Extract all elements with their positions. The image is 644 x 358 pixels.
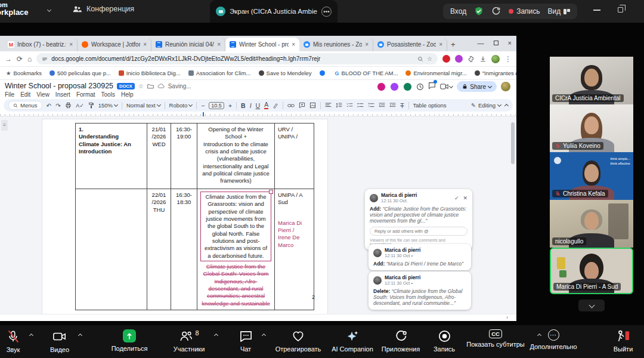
reload-icon[interactable]: ⟳: [17, 55, 23, 63]
view-button[interactable]: Вид: [548, 7, 570, 16]
browser-tab-jotform[interactable]: Workspace | Jotform ×: [78, 38, 151, 51]
browser-minimize-button[interactable]: —: [478, 39, 484, 47]
video-tile-yuliia[interactable]: Yuliia Koveino: [550, 104, 633, 152]
recording-indicator[interactable]: Запись: [509, 7, 540, 16]
table-options-button[interactable]: Table options: [413, 102, 447, 109]
browser-maximize-button[interactable]: [494, 41, 499, 45]
cell-organizer[interactable]: URV / UNIPA /: [275, 124, 314, 189]
browser-tab-zoom-assistant[interactable]: Posasistente - Zoom ×: [373, 38, 447, 51]
menu-file[interactable]: File: [5, 91, 14, 98]
menu-tools[interactable]: Tools: [101, 91, 115, 98]
close-tab-icon[interactable]: ×: [439, 41, 442, 48]
decrease-font-icon[interactable]: −: [201, 102, 205, 109]
close-tab-icon[interactable]: ×: [292, 41, 295, 48]
document-page[interactable]: 1. Understanding Climate Justice: An Int…: [42, 119, 328, 314]
cell-module-title[interactable]: 1. Understanding Climate Justice: An Int…: [76, 124, 147, 189]
more-button[interactable]: ⋯ Дополнительно: [520, 329, 587, 350]
close-tab-icon[interactable]: ×: [217, 41, 221, 48]
bulleted-list-icon[interactable]: [357, 103, 364, 108]
comment-card[interactable]: Marica di pierri 12:11 30 Oct • Delete: …: [369, 271, 471, 310]
download-icon[interactable]: [479, 55, 487, 63]
extensions-puzzle-icon[interactable]: [467, 55, 475, 63]
suggested-speaker-names[interactable]: Marica Di Pierri / Irene De Marco: [278, 220, 311, 249]
zoom-select[interactable]: 150%: [98, 102, 117, 109]
cell-time[interactable]: 16:30- 19:00: [171, 124, 197, 189]
browser-profile-avatar[interactable]: [491, 55, 500, 63]
increase-font-icon[interactable]: +: [228, 102, 232, 109]
browser-tab-zoom-meetings[interactable]: Mis reuniones - Zoom ×: [299, 38, 373, 51]
suggested-insertion[interactable]: Climate Justice from the Grassroots: vis…: [200, 192, 271, 261]
clear-formatting-icon[interactable]: T: [400, 102, 404, 109]
editing-mode-select[interactable]: ✎ Editing: [471, 102, 501, 109]
chat-options-caret[interactable]: [262, 334, 266, 338]
italic-button[interactable]: I: [250, 102, 252, 109]
insert-link-icon[interactable]: [287, 103, 295, 108]
font-size-input[interactable]: 10.5: [209, 102, 224, 109]
video-tile-cicra[interactable]: CICrA Justicia Ambiental: [550, 57, 633, 104]
window-restore-button[interactable]: [618, 7, 623, 13]
chat-button[interactable]: Чат: [233, 329, 259, 353]
tab-shared-screen[interactable]: Экран (CICrA Justicia Ambiental) •••: [210, 0, 338, 23]
font-select[interactable]: Roboto: [169, 102, 193, 109]
share-button[interactable]: Share: [457, 81, 497, 92]
ai-companion-button[interactable]: AI Companion: [323, 329, 382, 353]
new-tab-button[interactable]: +: [451, 40, 456, 49]
video-tile-nicolagullo[interactable]: nicolagullo: [550, 200, 633, 248]
cell-organizer[interactable]: UNIPA / A Sud Marica Di Pierri / Irene D…: [275, 189, 314, 310]
bookmark-item[interactable]: ★Bookmarks: [6, 70, 42, 76]
participants-button[interactable]: 8 Участники: [165, 329, 213, 353]
menu-edit[interactable]: Edit: [20, 91, 30, 98]
star-document-icon[interactable]: ☆: [138, 83, 144, 90]
bold-button[interactable]: B: [241, 102, 246, 109]
video-tile-christina[interactable]: think simple... think effective Christin…: [550, 152, 633, 200]
checklist-icon[interactable]: [346, 103, 353, 108]
screen-tab-more-icon[interactable]: •••: [321, 7, 332, 17]
insert-image-icon[interactable]: [309, 102, 316, 109]
meet-video-icon[interactable]: [440, 84, 453, 90]
video-tile-marica-active-speaker[interactable]: Marica Di Pierri - A Sud: [550, 248, 633, 294]
line-spacing-icon[interactable]: [336, 103, 342, 108]
bookmark-item[interactable]: Association for Clim...: [188, 70, 251, 76]
version-history-icon[interactable]: [416, 83, 424, 91]
site-settings-icon[interactable]: [42, 56, 48, 62]
increase-indent-icon[interactable]: [389, 103, 396, 108]
leave-button[interactable]: Выйти: [606, 329, 640, 353]
redo-icon[interactable]: ↷: [55, 102, 61, 109]
add-comment-icon[interactable]: [299, 102, 305, 109]
window-minimize-button[interactable]: [593, 10, 600, 11]
record-button[interactable]: Запись: [427, 329, 462, 353]
address-bar[interactable]: docs.google.com/document/d/1zcGy2eDWxRx1…: [36, 53, 438, 64]
cloud-status-icon[interactable]: [157, 84, 165, 89]
cell-date[interactable]: 22/01 /2026 THU: [147, 189, 171, 310]
menu-format[interactable]: Format: [76, 91, 95, 98]
paragraph-style-select[interactable]: Normal text: [126, 102, 160, 109]
share-screen-button[interactable]: Поделиться: [106, 329, 153, 352]
security-shield-icon[interactable]: [474, 7, 484, 16]
close-tab-icon[interactable]: ×: [69, 41, 73, 48]
cell-date[interactable]: 21/01 /2026 WED: [147, 124, 171, 189]
close-icon[interactable]: ✕: [463, 195, 467, 201]
bookmark-item[interactable]: Environmental migr...: [405, 70, 466, 76]
browser-close-button[interactable]: ×: [508, 39, 512, 47]
bookmark-item[interactable]: GBLOOD OF THE AM...: [335, 70, 398, 76]
menu-help[interactable]: Help: [121, 91, 134, 98]
apps-icon[interactable]: [491, 7, 501, 16]
numbered-list-icon[interactable]: [368, 103, 374, 108]
bookmark-item[interactable]: "Inmigrantes del ca...: [475, 70, 516, 76]
undo-icon[interactable]: ↶: [47, 102, 52, 109]
home-icon[interactable]: ⌂: [27, 55, 32, 63]
bookmark-star-icon[interactable]: ☆: [427, 55, 432, 62]
react-button[interactable]: Отреагировать: [270, 329, 327, 353]
browser-tab-reunion[interactable]: Reunión inicial 04/11/25 - ×: [151, 38, 225, 51]
align-icon[interactable]: [325, 103, 332, 108]
video-button[interactable]: Видео: [44, 329, 75, 353]
apps-button[interactable]: Приложения: [374, 329, 427, 353]
move-folder-icon[interactable]: [147, 84, 154, 89]
print-icon[interactable]: [65, 102, 72, 109]
comment-reply-input[interactable]: [370, 227, 467, 236]
document-outline-toggle[interactable]: ≡: [1, 120, 8, 131]
extension-icon[interactable]: [455, 55, 463, 63]
video-options-caret[interactable]: [78, 334, 82, 338]
menus-search-button[interactable]: Menus: [8, 101, 42, 110]
signin-button[interactable]: Вход: [450, 7, 466, 16]
